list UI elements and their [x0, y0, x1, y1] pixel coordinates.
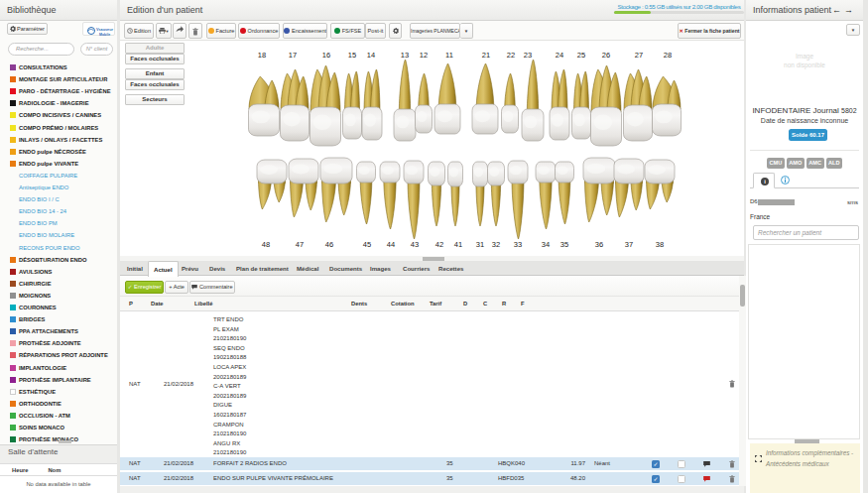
svg-text:27: 27	[635, 51, 643, 60]
svg-text:45: 45	[363, 240, 371, 249]
svg-text:18: 18	[258, 51, 266, 60]
svg-text:46: 46	[325, 240, 333, 249]
svg-text:44: 44	[387, 240, 395, 249]
svg-text:41: 41	[454, 240, 462, 249]
svg-text:12: 12	[420, 51, 428, 60]
svg-text:32: 32	[492, 240, 500, 249]
svg-text:Vsauveur: Vsauveur	[96, 28, 113, 32]
svg-text:43: 43	[411, 240, 419, 249]
svg-text:15: 15	[348, 51, 356, 60]
svg-text:48: 48	[262, 240, 270, 249]
svg-text:37: 37	[625, 240, 633, 249]
svg-text:Mobile: Mobile	[99, 33, 110, 37]
svg-text:16: 16	[322, 51, 330, 60]
svg-text:47: 47	[296, 240, 304, 249]
svg-text:42: 42	[435, 240, 443, 249]
svg-text:38: 38	[656, 240, 664, 249]
svg-text:23: 23	[524, 51, 532, 60]
svg-text:35: 35	[560, 240, 568, 249]
svg-text:33: 33	[514, 240, 522, 249]
svg-text:25: 25	[577, 51, 585, 60]
svg-text:17: 17	[289, 51, 297, 60]
svg-text:14: 14	[367, 51, 375, 60]
svg-text:21: 21	[482, 51, 490, 60]
svg-text:24: 24	[556, 51, 563, 60]
svg-text:36: 36	[595, 240, 603, 249]
svg-text:31: 31	[476, 240, 484, 249]
svg-text:28: 28	[664, 51, 672, 60]
svg-text:11: 11	[445, 51, 453, 60]
svg-text:26: 26	[602, 51, 610, 60]
svg-text:34: 34	[542, 240, 550, 249]
svg-text:22: 22	[507, 51, 515, 60]
svg-text:13: 13	[401, 51, 409, 60]
